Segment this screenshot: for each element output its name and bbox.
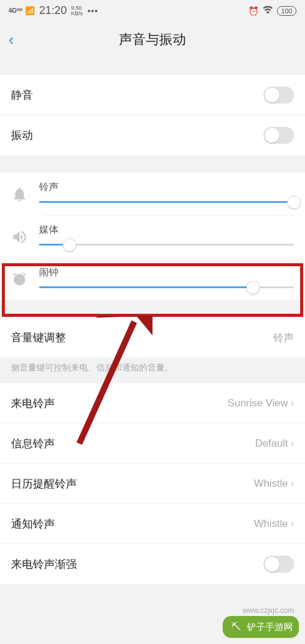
notification-ringtone-row[interactable]: 通知铃声 Whistle › — [0, 504, 305, 544]
page-title: 声音与振动 — [119, 30, 186, 49]
status-left: 4Gᴴᴰ 📶 21:20 9.50KB/s ••• — [9, 4, 98, 17]
incoming-ringtone-value: Sunrise View — [228, 397, 288, 409]
ringtone-slider[interactable] — [39, 201, 294, 203]
notification-ringtone-label: 通知铃声 — [11, 517, 55, 531]
chevron-right-icon: › — [290, 437, 294, 450]
wifi-icon — [262, 4, 273, 17]
speaker-icon — [11, 228, 28, 246]
netspeed: 9.50KB/s — [71, 5, 82, 15]
vibrate-label: 振动 — [11, 128, 33, 143]
calendar-ringtone-row[interactable]: 日历提醒铃声 Whistle › — [0, 464, 305, 504]
ringtone-slider-label: 铃声 — [39, 181, 294, 194]
chevron-right-icon: › — [290, 477, 294, 490]
status-right: ⏰ 100 — [248, 4, 296, 17]
battery-indicator: 100 — [277, 6, 296, 16]
media-slider-row: 媒体 — [0, 215, 305, 258]
status-time: 21:20 — [39, 4, 66, 17]
media-slider[interactable] — [39, 244, 294, 246]
alarm-slider[interactable] — [39, 286, 294, 288]
watermark-badge: ⛏ 铲子手游网 — [223, 616, 299, 638]
silent-label: 静音 — [11, 88, 33, 102]
incoming-ringtone-row[interactable]: 来电铃声 Sunrise View › — [0, 383, 305, 423]
silent-row[interactable]: 静音 — [0, 75, 305, 115]
ringtone-group: 来电铃声 Sunrise View › 信息铃声 Default › 日历提醒铃… — [0, 383, 305, 584]
media-slider-thumb[interactable] — [63, 238, 76, 252]
crescendo-toggle[interactable] — [264, 556, 294, 573]
clock-icon — [11, 271, 28, 288]
alarm-icon: ⏰ — [248, 6, 259, 16]
alarm-slider-thumb[interactable] — [246, 281, 260, 294]
vibrate-toggle[interactable] — [264, 127, 294, 144]
slider-group: 铃声 媒体 闹钟 — [0, 172, 305, 300]
volume-key-row[interactable]: 音量键调整 铃声 — [0, 317, 305, 358]
watermark-url: www.czjxjc.com — [243, 606, 294, 615]
toggle-group: 静音 振动 — [0, 75, 305, 155]
ringtone-slider-thumb[interactable] — [287, 196, 301, 209]
alarm-slider-label: 闹钟 — [39, 266, 294, 279]
ringtone-slider-row: 铃声 — [0, 172, 305, 215]
volume-key-value: 铃声 — [273, 331, 294, 345]
incoming-ringtone-label: 来电铃声 — [11, 396, 55, 411]
chevron-right-icon: › — [290, 517, 294, 530]
shovel-icon: ⛏ — [229, 620, 243, 634]
message-ringtone-value: Default — [255, 437, 288, 450]
volume-key-label: 音量键调整 — [11, 330, 66, 345]
media-slider-label: 媒体 — [39, 224, 294, 236]
crescendo-label: 来电铃声渐强 — [11, 557, 77, 571]
notification-ringtone-value: Whistle — [254, 518, 288, 530]
volume-key-group: 音量键调整 铃声 — [0, 317, 305, 358]
crescendo-row[interactable]: 来电铃声渐强 — [0, 544, 305, 584]
status-more-icon: ••• — [87, 6, 98, 16]
calendar-ringtone-label: 日历提醒铃声 — [11, 476, 77, 491]
page-header: ‹ 声音与振动 — [0, 21, 305, 58]
back-button[interactable]: ‹ — [9, 30, 14, 49]
watermark-text: 铲子手游网 — [247, 621, 293, 633]
message-ringtone-row[interactable]: 信息铃声 Default › — [0, 423, 305, 464]
calendar-ringtone-value: Whistle — [254, 478, 288, 490]
alarm-slider-row: 闹钟 — [0, 258, 305, 300]
status-bar: 4Gᴴᴰ 📶 21:20 9.50KB/s ••• ⏰ 100 — [0, 0, 305, 21]
signal-bars-icon: 📶 — [25, 6, 35, 15]
silent-toggle[interactable] — [264, 87, 294, 104]
message-ringtone-label: 信息铃声 — [11, 436, 55, 451]
vibrate-row[interactable]: 振动 — [0, 115, 305, 155]
signal-indicator: 4Gᴴᴰ — [9, 7, 23, 14]
volume-key-desc: 侧音量键可控制来电、信息和通知的音量。 — [0, 358, 305, 383]
bell-icon — [11, 186, 28, 203]
chevron-right-icon: › — [290, 397, 294, 409]
